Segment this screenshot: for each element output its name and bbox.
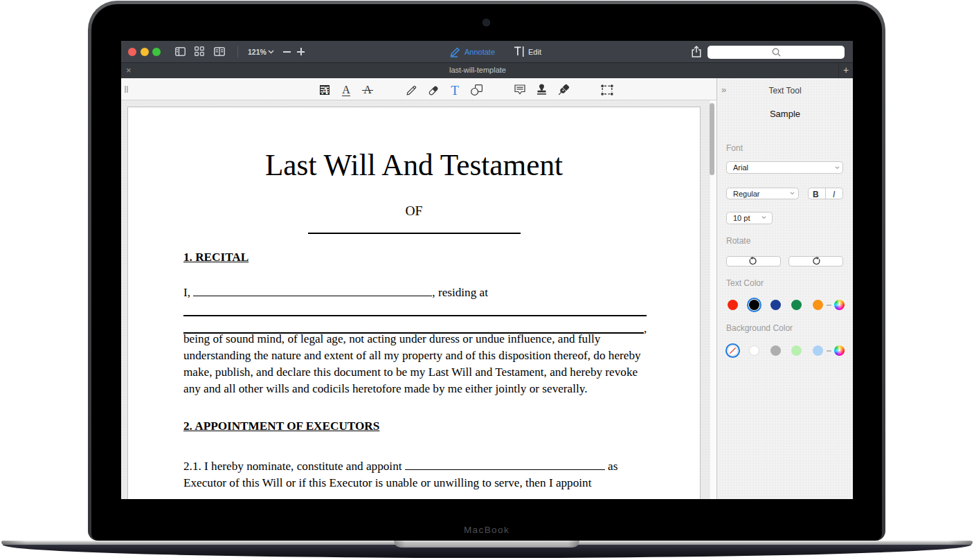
svg-text:A: A bbox=[321, 85, 329, 95]
